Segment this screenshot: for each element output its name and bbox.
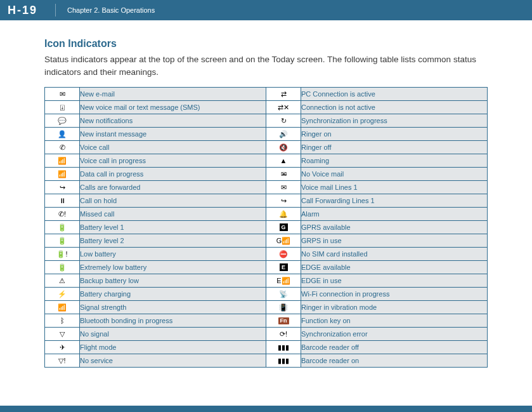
table-row: 👤New instant message🔊Ringer on <box>45 128 488 141</box>
barcode-off-label: Barcode reader off <box>301 341 488 354</box>
xlow-battery-icon: 🔋 <box>45 261 80 274</box>
battery-2-label: Battery level 2 <box>80 234 266 248</box>
call-hold-icon: ⏸ <box>45 194 80 208</box>
edge-label: EDGE available <box>301 261 488 274</box>
no-conn-label: Connection is not active <box>301 101 488 114</box>
barcode-on-icon: ▮▮▮ <box>266 354 301 368</box>
sync-label: Synchronization in progress <box>301 114 488 128</box>
notification-icon: 💬 <box>45 114 80 128</box>
alarm-icon: 🔔 <box>266 208 301 221</box>
bluetooth-icon: ᛒ <box>45 314 80 328</box>
logo: H-19 <box>8 4 37 17</box>
wifi-label: Wi-Fi connection in progress <box>301 288 488 301</box>
sync-error-label: Synchronization error <box>301 328 488 341</box>
notification-label: New notifications <box>80 114 266 128</box>
no-voicemail-label: No Voice mail <box>301 168 488 181</box>
table-row: ✈Flight mode▮▮▮Barcode reader off <box>45 341 488 354</box>
vibrate-label: Ringer in vibration mode <box>301 301 488 314</box>
sync-icon: ↻ <box>266 114 301 128</box>
cf1-icon: ↪ <box>266 194 301 208</box>
im-icon: 👤 <box>45 128 80 141</box>
voice-call-label: Voice call <box>80 141 266 154</box>
cf1-label: Call Forwarding Lines 1 <box>301 194 488 208</box>
signal-icon: 📶 <box>45 301 80 314</box>
battery-1-icon: 🔋 <box>45 221 80 234</box>
table-row: 🔋Battery level 2G📶GRPS in use <box>45 234 488 248</box>
no-signal-icon: ▽ <box>45 328 80 341</box>
fn-icon: Fn <box>266 314 301 328</box>
table-row: ⏸Call on hold↪Call Forwarding Lines 1 <box>45 194 488 208</box>
call-forward-label: Calls are forwarded <box>80 181 266 194</box>
no-service-icon: ▽! <box>45 354 80 368</box>
no-sim-label: No SIM card installed <box>301 248 488 261</box>
voice-call-progress-icon: 📶 <box>45 154 80 168</box>
table-row: 📶Signal strength📳Ringer in vibration mod… <box>45 301 488 314</box>
data-call-progress-label: Data call in progress <box>80 168 266 181</box>
charging-icon: ⚡ <box>45 288 80 301</box>
voice-call-icon: ✆ <box>45 141 80 154</box>
ringer-on-label: Ringer on <box>301 128 488 141</box>
wifi-icon: 📡 <box>266 288 301 301</box>
roaming-label: Roaming <box>301 154 488 168</box>
call-hold-label: Call on hold <box>80 194 266 208</box>
table-row: ▽!No service▮▮▮Barcode reader on <box>45 354 488 368</box>
backup-battery-icon: ⚠ <box>45 274 80 288</box>
battery-1-label: Battery level 1 <box>80 221 266 234</box>
table-row: ✆!Missed call🔔Alarm <box>45 208 488 221</box>
ringer-off-icon: 🔇 <box>266 141 301 154</box>
mail-label: New e-mail <box>80 88 266 101</box>
vibrate-icon: 📳 <box>266 301 301 314</box>
barcode-off-icon: ▮▮▮ <box>266 341 301 354</box>
no-service-label: No service <box>80 354 266 368</box>
pc-conn-label: PC Connection is active <box>301 88 488 101</box>
im-label: New instant message <box>80 128 266 141</box>
no-signal-label: No signal <box>80 328 266 341</box>
table-row: 📶Data call in progress✉̶No Voice mail <box>45 168 488 181</box>
charging-label: Battery charging <box>80 288 266 301</box>
table-row: 🔋!Low battery⛔No SIM card installed <box>45 248 488 261</box>
table-row: 💬New notifications↻Synchronization in pr… <box>45 114 488 128</box>
section-description: Status indicators appear at the top of t… <box>44 53 488 78</box>
roaming-icon: ▲ <box>266 154 301 168</box>
table-row: 🔋Extremely low batteryEEDGE available <box>45 261 488 274</box>
low-battery-icon: 🔋! <box>45 248 80 261</box>
divider <box>55 4 56 17</box>
backup-battery-label: Backup battery low <box>80 274 266 288</box>
flight-mode-label: Flight mode <box>80 341 266 354</box>
barcode-on-label: Barcode reader on <box>301 354 488 368</box>
table-row: ✉New e-mail⇄PC Connection is active <box>45 88 488 101</box>
table-row: ▽No signal⟳!Synchronization error <box>45 328 488 341</box>
ringer-off-label: Ringer off <box>301 141 488 154</box>
low-battery-label: Low battery <box>80 248 266 261</box>
edge-icon: E <box>266 261 301 274</box>
header-bar: H-19 Chapter 2. Basic Operations <box>0 0 532 20</box>
chapter-title: Chapter 2. Basic Operations <box>67 6 155 14</box>
table-row: 📶Voice call in progress▲Roaming <box>45 154 488 168</box>
missed-call-icon: ✆! <box>45 208 80 221</box>
signal-label: Signal strength <box>80 301 266 314</box>
table-row: ✆Voice call🔇Ringer off <box>45 141 488 154</box>
section-title: Icon Indicators <box>44 38 488 50</box>
pc-conn-icon: ⇄ <box>266 88 301 101</box>
battery-2-icon: 🔋 <box>45 234 80 248</box>
table-row: 🔋Battery level 1GGPRS available <box>45 221 488 234</box>
sync-error-icon: ⟳! <box>266 328 301 341</box>
voicemail-sms-icon: ⍗ <box>45 101 80 114</box>
gprs-use-icon: G📶 <box>266 234 301 248</box>
edge-use-label: EDGE in use <box>301 274 488 288</box>
edge-use-icon: E📶 <box>266 274 301 288</box>
mail-icon: ✉ <box>45 88 80 101</box>
no-voicemail-icon: ✉̶ <box>266 168 301 181</box>
gprs-use-label: GRPS in use <box>301 234 488 248</box>
table-row: ⚡Battery charging📡Wi-Fi connection in pr… <box>45 288 488 301</box>
voicemail1-icon: ✉ <box>266 181 301 194</box>
no-conn-icon: ⇄✕ <box>266 101 301 114</box>
voice-call-progress-label: Voice call in progress <box>80 154 266 168</box>
gprs-label: GPRS available <box>301 221 488 234</box>
call-forward-icon: ↪ <box>45 181 80 194</box>
table-row: ↪Calls are forwarded✉Voice mail Lines 1 <box>45 181 488 194</box>
icon-table: ✉New e-mail⇄PC Connection is active⍗New … <box>44 87 488 368</box>
voicemail1-label: Voice mail Lines 1 <box>301 181 488 194</box>
gprs-icon: G <box>266 221 301 234</box>
bluetooth-label: Bluetooth bonding in progress <box>80 314 266 328</box>
